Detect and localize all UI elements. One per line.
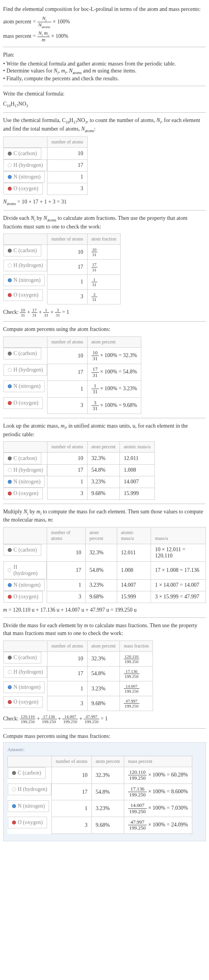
divider <box>3 86 206 86</box>
n-atoms-sum: Natoms = 10 + 17 + 1 + 3 = 31 <box>3 198 206 207</box>
table-row: O (oxygen)39.68%47.997199.250 × 100% = 2… <box>8 817 192 833</box>
mass-percent-formula: mass percent = Ni mim × 100% <box>3 30 206 43</box>
col-mass-percent: mass percent <box>124 756 192 767</box>
atom-pct: 32.3% <box>87 651 119 666</box>
text: Use the chemical formula, <box>3 117 62 123</box>
mass-fraction-table: number of atomsatom percentmass fraction… <box>3 640 153 711</box>
element-dot <box>8 468 12 472</box>
frac-num: 120.110 <box>20 714 35 719</box>
divider <box>3 617 206 618</box>
col-number-of-atoms: number of atoms <box>47 137 87 148</box>
frac-den: 31 <box>91 389 99 394</box>
frac-num: 1 <box>91 383 99 389</box>
divider <box>3 321 206 322</box>
atom-pct: 54.8% <box>87 666 119 681</box>
atom-count: 17 <box>47 666 87 681</box>
col-number-of-atoms: number of atoms <box>52 756 91 767</box>
element-name: H (hydrogen) <box>14 467 43 473</box>
frac-den: 31 <box>91 297 97 302</box>
check-atom-fractions: Check: 1031 + 1731 + 131 + 331 = 1 <box>3 308 206 317</box>
table-row: C (carbon)101031 × 100% = 32.3% <box>4 347 141 364</box>
frac-den: 199.250 <box>41 719 57 724</box>
element-name: C (carbon) <box>14 455 37 462</box>
frac-den: 31 <box>20 313 26 317</box>
mass-expr: 3 × 15.999 = 47.997 <box>151 591 206 603</box>
table-row: H (hydrogen)1754.8%17.136199.250 <box>4 666 153 681</box>
frac-den: 31 <box>91 406 99 411</box>
element-dot <box>8 264 12 267</box>
table-row: C (carbon)101031 <box>4 245 121 260</box>
check-label: Check: <box>3 716 20 722</box>
frac-num: 14.007 <box>62 714 78 719</box>
frac-den: 31 <box>55 313 61 317</box>
element-name: H (hydrogen) <box>14 162 43 168</box>
table-row: C (carbon)1032.3%12.011 <box>4 453 155 465</box>
intro-text: Find the elemental composition for boc-L… <box>3 5 206 13</box>
table-row: O (oxygen)3331 × 100% = 9.68% <box>4 397 141 414</box>
frac-num: 47.997 <box>84 714 99 719</box>
frac-num: 14.007 <box>128 803 147 808</box>
atom-pct: 54.8% <box>87 464 119 476</box>
col-atomic-mass: atomic mass/u <box>117 527 151 544</box>
frac-den: 31 <box>32 313 37 317</box>
frac-den: 199.250 <box>124 674 139 679</box>
atom-pct: 3.23% <box>85 579 117 591</box>
frac-den: 199.250 <box>128 775 147 781</box>
frac-num: 10 <box>20 308 26 313</box>
element-name: N (nitrogen) <box>14 582 41 588</box>
atom-pct: 54.8% <box>85 561 117 579</box>
element-name: N (nitrogen) <box>18 803 45 809</box>
frac-den: 199.250 <box>124 704 139 708</box>
frac-den: 199.250 <box>124 659 139 664</box>
element-name: C (carbon) <box>14 547 37 553</box>
atom-count: 17 <box>47 464 87 476</box>
col-atom-fraction: atom fraction <box>87 234 120 245</box>
element-name: H (hydrogen) <box>14 367 43 373</box>
element-name: N (nitrogen) <box>14 174 41 180</box>
col-number-of-atoms: number of atoms <box>47 234 87 245</box>
element-name: C (carbon) <box>14 248 37 254</box>
atom-count: 10 <box>47 651 87 666</box>
frac-den: 199.250 <box>20 719 35 724</box>
atom-count: 1 <box>47 171 87 183</box>
atomic-mass: 14.007 <box>119 476 155 488</box>
col-mass-fraction: mass fraction <box>119 640 153 651</box>
table-row: O (oxygen)39.68%47.997199.250 <box>4 696 153 711</box>
divider <box>3 418 206 418</box>
col-atom-percent: atom percent <box>85 527 117 544</box>
atom-count: 3 <box>47 397 87 414</box>
frac-den: Natoms <box>37 22 51 29</box>
atom-pct: 32.3% <box>87 453 119 465</box>
frac-num: 17.136 <box>128 786 147 792</box>
element-dot <box>12 787 16 791</box>
times-100: × 100% = <box>147 772 171 778</box>
mass-table: number of atomsatom percentatomic mass/u… <box>3 527 206 603</box>
atom-pct: 54.8% <box>123 369 137 375</box>
col-atom-percent: atom percent <box>87 640 119 651</box>
table-row: N (nitrogen)13.23%14.007 <box>4 476 155 488</box>
col-atom-percent: atom percent <box>91 756 124 767</box>
element-dot <box>12 804 16 808</box>
element-name: H (hydrogen) <box>14 669 43 675</box>
atom-pct: 32.3% <box>123 352 137 358</box>
atom-count: 10 <box>47 453 87 465</box>
element-name: O (oxygen) <box>14 699 39 705</box>
mass-percent-label: mass percent = <box>3 33 37 39</box>
divide-text: Divide each Ni by Natoms to calculate at… <box>3 214 206 230</box>
element-dot <box>8 548 12 552</box>
element-name: O (oxygen) <box>14 490 39 497</box>
element-name: O (oxygen) <box>14 400 39 406</box>
frac-num: 47.997 <box>128 819 147 825</box>
table-row: O (oxygen)39.68%15.9993 × 15.999 = 47.99… <box>4 591 206 603</box>
atom-count: 17 <box>52 784 91 800</box>
atom-count: 1 <box>47 476 87 488</box>
frac-num: Ni mi <box>37 30 50 37</box>
times-100: × 100% = <box>99 369 123 375</box>
atom-count: 17 <box>47 364 87 381</box>
frac-num: 10 <box>91 350 99 356</box>
atoms-count-table: number of atoms C (carbon)10 H (hydrogen… <box>3 136 88 195</box>
col-atomic-mass: atomic mass/u <box>119 442 155 453</box>
element-dot <box>12 771 16 775</box>
element-name: N (nitrogen) <box>14 277 41 283</box>
atom-count: 10 <box>47 347 87 364</box>
